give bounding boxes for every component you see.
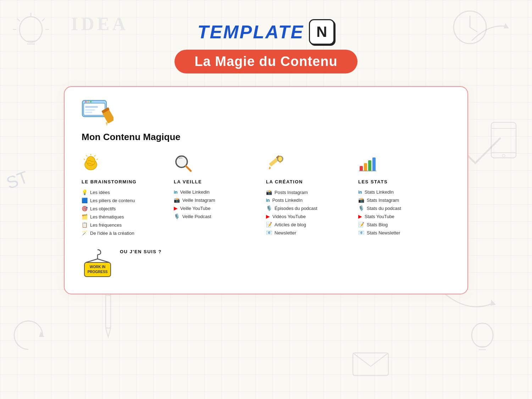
section-brainstorming: LE BRAINSTORMING 💡Les idées 🟦Les piliers…	[82, 154, 174, 238]
svg-point-16	[472, 323, 493, 347]
svg-marker-25	[491, 300, 496, 306]
list-item[interactable]: 🎙️ Épisodes du podcast	[266, 205, 350, 211]
brainstorming-items: 💡Les idées 🟦Les piliers de contenu 🎯Les …	[82, 189, 165, 236]
sections-grid: LE BRAINSTORMING 💡Les idées 🟦Les piliers…	[82, 154, 450, 238]
list-item[interactable]: in Stats LinkedIn	[358, 189, 442, 195]
stats-title: LES STATS	[358, 179, 442, 184]
list-item[interactable]: 🟦Les piliers de contenu	[82, 198, 165, 203]
svg-point-30	[90, 101, 92, 102]
svg-line-41	[86, 155, 87, 156]
svg-marker-24	[39, 332, 44, 337]
list-item[interactable]: 📝 Stats Blog	[358, 222, 442, 227]
svg-rect-63	[84, 262, 111, 277]
card-title: Mon Contenu Magique	[82, 132, 450, 143]
svg-marker-48	[269, 166, 271, 170]
svg-rect-19	[353, 353, 388, 376]
card-header-icon	[82, 100, 450, 129]
svg-rect-31	[85, 106, 98, 108]
bottom-section: WORK IN PROGRESS OU J'EN SUIS ?	[82, 247, 450, 279]
bottom-title[interactable]: OU J'EN SUIS ?	[120, 249, 162, 254]
svg-point-15	[502, 154, 505, 157]
list-item[interactable]: 🎙️ Veille Podcast	[174, 214, 257, 219]
wip-icon-svg: WORK IN PROGRESS	[82, 247, 113, 279]
svg-rect-21	[106, 289, 111, 328]
list-item[interactable]: 📝 Articles de blog	[266, 222, 350, 227]
creation-icon	[266, 154, 350, 176]
svg-text:PROGRESS: PROGRESS	[88, 270, 108, 274]
brainstorming-title: LE BRAINSTORMING	[82, 179, 165, 184]
svg-line-42	[96, 159, 98, 160]
svg-text:WORK IN: WORK IN	[90, 265, 105, 269]
veille-icon	[174, 154, 257, 176]
svg-rect-47	[269, 158, 278, 166]
list-item[interactable]: 📸 Stats Instagram	[358, 197, 442, 203]
header-subtitle: La Magie du Contenu	[174, 50, 357, 73]
section-veille: LA VEILLE in Veille Linkedin 📸 Veille In…	[174, 154, 266, 238]
list-item[interactable]: 🗂️Les thématiques	[82, 214, 165, 220]
computer-icon-svg	[82, 100, 113, 127]
list-item[interactable]: 📧 Newsletter	[266, 230, 350, 235]
list-item[interactable]: ▶ Veille YouTube	[174, 205, 257, 211]
svg-rect-33	[85, 112, 92, 113]
stats-icon-svg	[358, 154, 377, 172]
svg-rect-57	[368, 160, 371, 171]
svg-point-28	[85, 101, 87, 102]
bottom-text: OU J'EN SUIS ?	[120, 247, 162, 254]
svg-line-43	[84, 159, 85, 160]
svg-line-46	[186, 166, 191, 171]
creation-title: LA CRÉATION	[266, 179, 350, 184]
svg-rect-32	[85, 109, 95, 111]
list-item[interactable]: 📋Les fréquences	[82, 222, 165, 228]
brainstorming-icon-svg	[82, 154, 100, 172]
list-item[interactable]: 🎯Les objectifs	[82, 206, 165, 211]
circular-arrow-deco	[7, 314, 50, 356]
list-item[interactable]: 🎙️ Stats du podcast	[358, 205, 442, 211]
svg-point-29	[88, 101, 89, 102]
list-item[interactable]: 📸 Veille Instagram	[174, 197, 257, 203]
main-card: Mon Contenu Magique	[64, 86, 468, 294]
svg-line-40	[94, 155, 95, 156]
envelope-deco	[351, 349, 390, 378]
work-in-progress-icon: WORK IN PROGRESS	[82, 247, 113, 279]
list-item[interactable]: 🪄De l'idée à la création	[82, 230, 165, 236]
veille-title: LA VEILLE	[174, 179, 257, 184]
stats-items: in Stats LinkedIn 📸 Stats Instagram 🎙️ S…	[358, 189, 442, 235]
list-item[interactable]: 📸 Posts Instagram	[266, 189, 350, 195]
header: TEMPLATE N La Magie du Contenu	[0, 0, 532, 73]
creation-icon-svg	[266, 154, 284, 172]
header-title-row: TEMPLATE N	[0, 19, 532, 45]
veille-icon-svg	[174, 154, 192, 172]
list-item[interactable]: ▶ Vidéos YouTube	[266, 214, 350, 219]
svg-marker-35	[106, 122, 108, 126]
svg-rect-55	[360, 166, 363, 171]
svg-marker-22	[106, 328, 111, 337]
stats-icon	[358, 154, 442, 176]
list-item[interactable]: in Posts LinkedIn	[266, 198, 350, 203]
list-item[interactable]: 📧 Stats Newsletter	[358, 230, 442, 235]
brainstorming-icon	[82, 154, 165, 176]
creation-items: 📸 Posts Instagram in Posts LinkedIn 🎙️ É…	[266, 189, 350, 235]
svg-line-62	[98, 259, 109, 262]
veille-items: in Veille Linkedin 📸 Veille Instagram ▶ …	[174, 189, 257, 219]
section-creation: LA CRÉATION 📸 Posts Instagram in Posts L…	[266, 154, 358, 238]
lightbulb-deco-bottomright	[465, 317, 500, 364]
svg-point-52	[278, 156, 282, 161]
template-label: TEMPLATE	[198, 21, 304, 43]
list-item[interactable]: ▶ Stats YouTube	[358, 214, 442, 219]
svg-rect-56	[364, 163, 367, 171]
list-item[interactable]: 💡Les idées	[82, 189, 165, 195]
svg-line-61	[86, 259, 98, 262]
section-stats: LES STATS in Stats LinkedIn 📸 Stats Inst…	[358, 154, 450, 238]
svg-rect-58	[372, 157, 376, 171]
list-item[interactable]: in Veille Linkedin	[174, 189, 257, 195]
notion-icon: N	[309, 19, 334, 45]
tablet-deco	[489, 121, 518, 160]
